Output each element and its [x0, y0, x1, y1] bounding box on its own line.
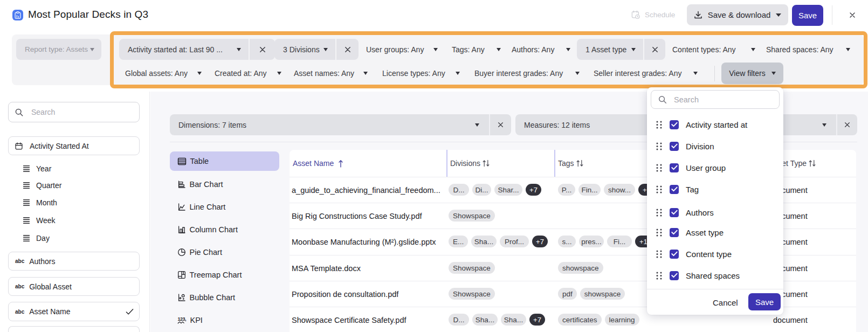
svg-text:123,: 123,: [177, 316, 186, 321]
